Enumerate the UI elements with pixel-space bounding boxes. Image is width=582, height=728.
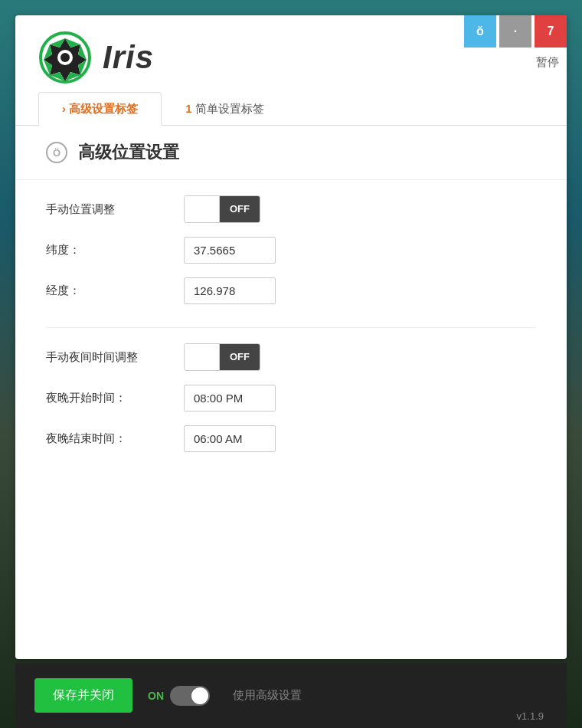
advanced-toggle[interactable]: ON xyxy=(148,686,210,706)
section-title-text: 高级位置设置 xyxy=(78,141,179,164)
toggle-thumb-position xyxy=(185,195,220,223)
minimize-button[interactable]: ŏ xyxy=(464,15,496,48)
night-start-row: 夜晚开始时间： xyxy=(46,385,536,412)
toggle-off-text-night: OFF xyxy=(220,343,260,371)
manual-night-toggle[interactable]: OFF xyxy=(184,343,260,371)
logo-text: Iris xyxy=(103,39,154,76)
toggle-on-label: ON xyxy=(148,690,164,702)
svg-point-2 xyxy=(60,53,70,62)
tab-simple[interactable]: 1简单设置标签 xyxy=(162,92,287,126)
manual-position-row: 手动位置调整 OFF xyxy=(46,195,536,223)
window-controls: ŏ · 7 xyxy=(464,15,567,48)
night-group: 手动夜间时间调整 OFF 夜晚开始时间： 夜晚结束时间： xyxy=(46,343,536,452)
toggle-off-text-position: OFF xyxy=(220,195,260,223)
manual-position-toggle[interactable]: OFF xyxy=(184,195,260,223)
version-label: v1.1.9 xyxy=(517,710,544,722)
toggle-on-thumb xyxy=(191,687,208,704)
close-button[interactable]: 7 xyxy=(535,15,567,48)
night-start-label: 夜晚开始时间： xyxy=(46,391,168,405)
manual-night-row: 手动夜间时间调整 OFF xyxy=(46,343,536,371)
latitude-row: 纬度： xyxy=(46,237,536,264)
position-group: 手动位置调整 OFF 纬度： 经度： xyxy=(46,195,536,304)
tab-advanced[interactable]: 高级设置标签 xyxy=(38,92,162,126)
longitude-input[interactable] xyxy=(184,277,276,304)
settings-area: 手动位置调整 OFF 纬度： 经度： 手动夜间时间调整 xyxy=(15,180,567,490)
night-end-label: 夜晚结束时间： xyxy=(46,431,168,446)
manual-night-label: 手动夜间时间调整 xyxy=(46,350,168,365)
section-icon: Ö xyxy=(46,142,67,163)
longitude-label: 经度： xyxy=(46,284,168,298)
tab-simple-label: 简单设置标签 xyxy=(195,102,264,115)
iris-logo-icon xyxy=(38,31,92,84)
advanced-settings-label: 使用高级设置 xyxy=(233,688,302,703)
pause-label: 暂停 xyxy=(536,55,559,70)
manual-position-label: 手动位置调整 xyxy=(46,202,168,217)
night-end-input[interactable] xyxy=(184,425,276,452)
maximize-button[interactable]: · xyxy=(499,15,531,48)
latitude-label: 纬度： xyxy=(46,243,168,257)
toggle-on-track xyxy=(170,686,210,706)
tabs-container: 高级设置标签 1简单设置标签 xyxy=(15,92,567,126)
divider xyxy=(46,327,536,328)
section-title-area: Ö 高级位置设置 xyxy=(15,126,567,180)
tab-advanced-label: 高级设置标签 xyxy=(69,102,138,115)
tab-simple-num: 1 xyxy=(185,102,191,115)
main-panel: Iris 高级设置标签 1简单设置标签 Ö 高级位置设置 手动位置调整 OFF xyxy=(15,15,567,659)
night-end-row: 夜晚结束时间： xyxy=(46,425,536,452)
latitude-input[interactable] xyxy=(184,237,276,264)
bottom-bar: 保存并关闭 ON 使用高级设置 v1.1.9 xyxy=(15,663,567,728)
night-start-input[interactable] xyxy=(184,385,276,412)
toggle-thumb-night xyxy=(185,343,220,371)
longitude-row: 经度： xyxy=(46,277,536,304)
save-close-button[interactable]: 保存并关闭 xyxy=(34,678,132,713)
